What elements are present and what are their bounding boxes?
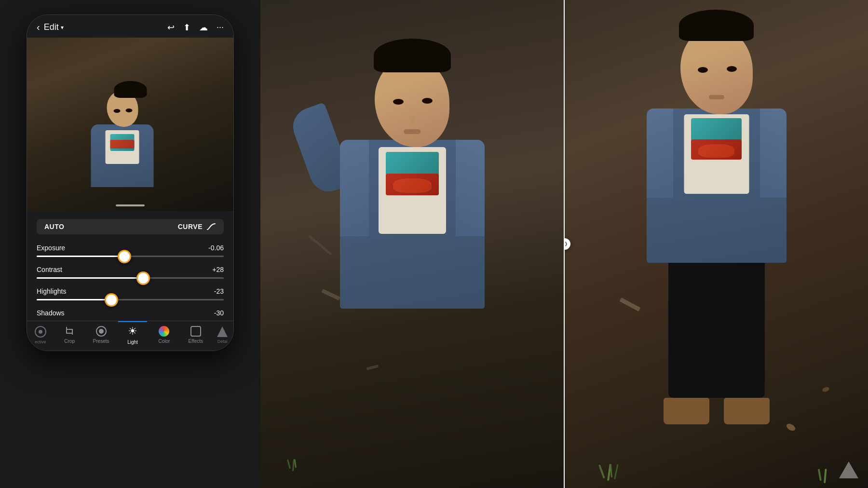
person-hair (114, 81, 147, 98)
exposure-label-row: Exposure -0.06 (37, 244, 224, 252)
contrast-label-row: Contrast +28 (37, 266, 224, 273)
back-button[interactable]: ‹ (37, 22, 40, 33)
more-icon[interactable]: ··· (217, 22, 224, 32)
selective-label: ective (35, 339, 46, 344)
svg-rect-0 (66, 327, 67, 334)
after-shirt (684, 114, 749, 194)
nav-item-selective[interactable]: ective (28, 326, 53, 344)
after-eye-l (698, 67, 708, 73)
exposure-value: -0.06 (208, 244, 224, 252)
nav-item-detail[interactable]: Detai (213, 326, 232, 344)
cloud-icon[interactable]: ☁ (199, 22, 208, 33)
eye-left (114, 109, 121, 113)
auto-curve-bar: AUTO CURVE (37, 219, 224, 234)
color-label: Color (158, 339, 170, 344)
crop-label: Crop (64, 339, 75, 344)
photo-slider-indicator (116, 204, 145, 206)
detail-icon (217, 326, 228, 337)
curve-icon (206, 223, 216, 230)
contrast-label: Contrast (37, 266, 62, 273)
nav-item-light[interactable]: ☀ Light (118, 325, 147, 345)
color-icon (159, 326, 169, 337)
svg-rect-3 (72, 329, 73, 335)
before-person (340, 39, 485, 309)
shadows-row: Shadows -30 (37, 309, 224, 317)
before-eye-l (393, 99, 404, 105)
detail-triangle (217, 326, 228, 337)
curve-button[interactable]: CURVE (178, 223, 216, 230)
eye-right (126, 108, 133, 112)
after-person (647, 0, 787, 427)
boot-left (664, 398, 709, 424)
bottom-nav: ective Crop (27, 321, 233, 351)
light-icon: ☀ (128, 325, 137, 338)
edit-chevron-icon: ▾ (61, 24, 64, 31)
after-hair (679, 10, 754, 41)
after-pants (668, 263, 765, 398)
after-logo-teal (691, 118, 742, 141)
after-jacket (647, 108, 787, 263)
after-eye-r (727, 66, 737, 72)
svg-rect-1 (66, 333, 73, 334)
nav-item-presets[interactable]: Presets (87, 326, 116, 344)
after-lips (709, 95, 724, 99)
person-shirt (106, 130, 139, 164)
shadows-label: Shadows (37, 309, 65, 317)
nav-item-effects[interactable]: Effects (181, 326, 210, 344)
before-panel (260, 0, 564, 488)
after-lapel-l (647, 108, 673, 198)
before-nose (409, 116, 415, 124)
highlights-value: -23 (214, 287, 224, 295)
phone-frame: ‹ Edit ▾ ↩ ⬆ ☁ ··· (27, 14, 234, 351)
dark-triangle (839, 461, 858, 478)
presets-label: Presets (93, 339, 109, 344)
contrast-track[interactable] (37, 277, 224, 279)
contrast-thumb[interactable] (136, 271, 150, 285)
presets-icon (96, 326, 107, 337)
effects-icon (190, 326, 201, 337)
after-lapel-r (760, 108, 787, 198)
shadows-value: -30 (214, 309, 224, 317)
highlights-slider-row: Highlights -23 (37, 287, 224, 300)
exposure-thumb[interactable] (118, 250, 131, 263)
before-lips (404, 129, 420, 134)
exposure-track[interactable] (37, 256, 224, 257)
share-icon[interactable]: ⬆ (183, 22, 190, 33)
detail-label: Detai (217, 339, 228, 344)
exposure-label: Exposure (37, 244, 65, 252)
before-hair (374, 39, 451, 72)
exposure-slider-row: Exposure -0.06 (37, 244, 224, 257)
header-left: ‹ Edit ▾ (37, 22, 64, 33)
exposure-fill (37, 256, 124, 257)
crop-icon (64, 326, 75, 337)
before-jacket (340, 140, 485, 309)
boot-right (724, 398, 770, 424)
after-logo-animal (698, 144, 734, 158)
before-logo-teal (386, 152, 439, 176)
before-logo-animal (393, 178, 432, 193)
nav-item-crop[interactable]: Crop (55, 326, 84, 344)
auto-button[interactable]: AUTO (44, 223, 64, 230)
photo-person (107, 81, 154, 187)
edit-title: Edit ▾ (44, 22, 64, 32)
before-eye-r (422, 98, 433, 104)
highlights-fill (37, 299, 111, 300)
before-shirt (379, 147, 446, 234)
active-indicator (118, 321, 147, 322)
header-right: ↩ ⬆ ☁ ··· (167, 22, 224, 33)
undo-icon[interactable]: ↩ (167, 22, 175, 33)
effects-label: Effects (189, 339, 203, 344)
after-panel (564, 0, 868, 488)
edit-controls: AUTO CURVE Exposure -0.06 (27, 211, 233, 321)
highlights-track[interactable] (37, 299, 224, 300)
presets-inner (99, 329, 104, 334)
contrast-slider-row: Contrast +28 (37, 266, 224, 279)
right-panel (260, 0, 868, 488)
contrast-value: +28 (212, 266, 224, 273)
shirt-logo-2 (110, 140, 135, 149)
photo-preview (27, 38, 233, 211)
before-lapel-r (456, 140, 485, 236)
contrast-fill (37, 277, 143, 279)
nav-item-color[interactable]: Color (149, 326, 178, 344)
highlights-thumb[interactable] (105, 293, 118, 307)
